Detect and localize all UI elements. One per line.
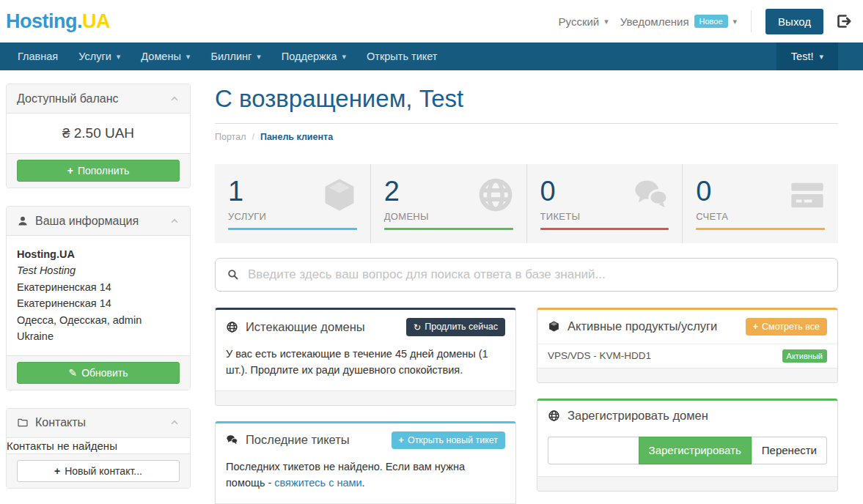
stat-tickets[interactable]: 0 ТИКЕТЫ [527, 164, 683, 243]
balance-panel-footer: + Пополнить [7, 153, 190, 188]
client-address-line: Екатериненская 14 [17, 295, 180, 311]
client-address-line: Одесса, Одесская, admin [17, 312, 180, 328]
cube-icon [548, 320, 560, 333]
user-menu[interactable]: Test! ▾ [776, 42, 838, 70]
product-row[interactable]: VPS/VDS - KVM-HDD1 Активный [537, 344, 837, 368]
open-new-ticket-button[interactable]: + Открыть новый тикет [392, 431, 505, 449]
caret-down-icon: ▾ [117, 52, 121, 62]
client-company: Hosting.UA [17, 246, 180, 262]
plus-icon: + [753, 322, 758, 332]
register-domain-button[interactable]: Зарегистрировать [639, 437, 752, 464]
expiring-domains-text: У вас есть истекающие в течение 45 дней … [216, 344, 515, 390]
sign-out-icon[interactable] [835, 12, 853, 30]
recent-tickets-header: Последние тикеты + Открыть новый тикет [216, 423, 515, 457]
kb-search [215, 258, 838, 292]
plus-icon: + [67, 165, 73, 177]
chevron-up-icon[interactable] [169, 216, 180, 226]
status-badge: Активный [782, 349, 827, 363]
client-name: Test Hosting [17, 262, 180, 278]
caret-down-icon: ▾ [342, 52, 347, 62]
your-info-panel: Ваша информация Hosting.UA Test Hosting … [6, 206, 191, 390]
expiring-domains-header: Истекающие домены ↻ Продлить сейчас [216, 310, 515, 344]
view-all-button[interactable]: + Смотреть все [746, 318, 827, 336]
main-nav: Главная Услуги ▾ Домены ▾ Биллинг ▾ Подд… [0, 42, 863, 70]
logout-button[interactable]: Выход [765, 9, 823, 34]
contacts-panel-header: Контакты [7, 409, 190, 438]
nav-item-billing[interactable]: Биллинг ▾ [200, 42, 271, 70]
plus-icon: + [54, 465, 60, 477]
recent-tickets-title: Последние тикеты [246, 433, 384, 447]
nav-item-domains[interactable]: Домены ▾ [131, 42, 200, 70]
stat-domains-bar [384, 228, 513, 230]
expiring-domains-title: Истекающие домены [246, 320, 399, 334]
left-column: Истекающие домены ↻ Продлить сейчас У ва… [215, 308, 516, 504]
nav-item-home[interactable]: Главная [7, 42, 68, 70]
register-domain-panel: Зарегистрировать домен Зарегистрировать … [537, 399, 838, 492]
contact-us-link[interactable]: свяжитесь с нами [274, 477, 361, 489]
update-info-button[interactable]: ✎ Обновить [17, 362, 180, 384]
user-icon [17, 215, 29, 227]
chevron-up-icon[interactable] [169, 418, 180, 428]
stat-tickets-bar [540, 228, 669, 230]
stat-domains[interactable]: 2 ДОМЕНЫ [371, 164, 527, 243]
breadcrumb: Портал / Панель клиента [215, 132, 838, 142]
breadcrumb-portal[interactable]: Портал [215, 132, 246, 142]
balance-panel: Доступный баланс ₴ 2.50 UAH + Пополнить [6, 84, 191, 188]
comments-icon [632, 176, 670, 214]
folder-icon [17, 417, 29, 429]
language-selector[interactable]: Русский ▾ [559, 15, 609, 28]
stat-invoices[interactable]: 0 СЧЕТА [683, 164, 838, 243]
your-info-panel-footer: ✎ Обновить [7, 355, 190, 390]
notifications-label: Уведомления [620, 15, 689, 28]
stat-services-bar [228, 228, 357, 230]
caret-down-icon: ▾ [257, 52, 261, 62]
header-actions: Русский ▾ Уведомления Новое ▾ Выход [559, 9, 853, 34]
new-contact-button[interactable]: + Новый контакт... [17, 460, 180, 482]
contacts-panel-footer: + Новый контакт... [7, 453, 190, 488]
chevron-up-icon[interactable] [169, 94, 180, 104]
caret-down-icon: ▾ [604, 17, 609, 26]
nav-item-services[interactable]: Услуги ▾ [68, 42, 131, 70]
stat-services[interactable]: 1 УСЛУГИ [215, 164, 371, 243]
globe-icon [477, 176, 515, 214]
transfer-domain-button[interactable]: Перенести [752, 437, 827, 464]
logo[interactable]: Hosting.UA [6, 10, 110, 33]
renew-now-button[interactable]: ↻ Продлить сейчас [406, 318, 505, 336]
recent-tickets-panel: Последние тикеты + Открыть новый тикет П… [215, 421, 516, 504]
refresh-icon: ↻ [414, 322, 421, 333]
recent-tickets-text: Последних тикетов не найдено. Если вам н… [216, 457, 515, 503]
active-products-panel: Активные продукты/услуги + Смотреть все … [537, 308, 838, 383]
contacts-panel-title: Контакты [35, 416, 86, 429]
plus-icon: + [399, 435, 404, 445]
caret-down-icon: ▾ [186, 52, 191, 62]
breadcrumb-current[interactable]: Панель клиента [260, 132, 333, 142]
cube-icon [320, 176, 359, 214]
logo-text-yellow: UA [82, 10, 110, 32]
top-header: Hosting.UA Русский ▾ Уведомления Новое ▾… [0, 0, 863, 42]
kb-search-input[interactable] [248, 267, 826, 282]
client-address-line: Екатериненская 14 [17, 279, 180, 295]
expiring-domains-footer [216, 390, 515, 405]
nav-item-open-ticket[interactable]: Открыть тикет [356, 42, 447, 70]
user-menu-label: Test! [791, 51, 814, 62]
balance-panel-title: Доступный баланс [17, 92, 119, 105]
sidebar: Доступный баланс ₴ 2.50 UAH + Пополнить … [6, 84, 191, 504]
product-name: VPS/VDS - KVM-HDD1 [548, 350, 651, 361]
notifications-menu[interactable]: Уведомления Новое ▾ [620, 15, 737, 28]
contacts-empty-text: Контакты не найдены [7, 438, 190, 453]
title-divider [215, 123, 838, 124]
globe-icon [226, 321, 238, 333]
caret-down-icon: ▾ [733, 17, 738, 26]
client-address-line: Ukraine [17, 328, 180, 344]
client-info: Hosting.UA Test Hosting Екатериненская 1… [7, 236, 190, 355]
register-domain-header: Зарегистрировать домен [537, 401, 837, 431]
balance-panel-header: Доступный баланс [7, 84, 190, 114]
expiring-domains-panel: Истекающие домены ↻ Продлить сейчас У ва… [215, 308, 516, 406]
nav-item-support[interactable]: Поддержка ▾ [271, 42, 356, 70]
domain-input[interactable] [548, 437, 639, 464]
add-funds-button[interactable]: + Пополнить [17, 160, 180, 182]
right-column: Активные продукты/услуги + Смотреть все … [537, 308, 838, 492]
language-label: Русский [559, 15, 600, 28]
your-info-panel-header: Ваша информация [7, 207, 190, 236]
active-products-header: Активные продукты/услуги + Смотреть все [537, 310, 837, 344]
